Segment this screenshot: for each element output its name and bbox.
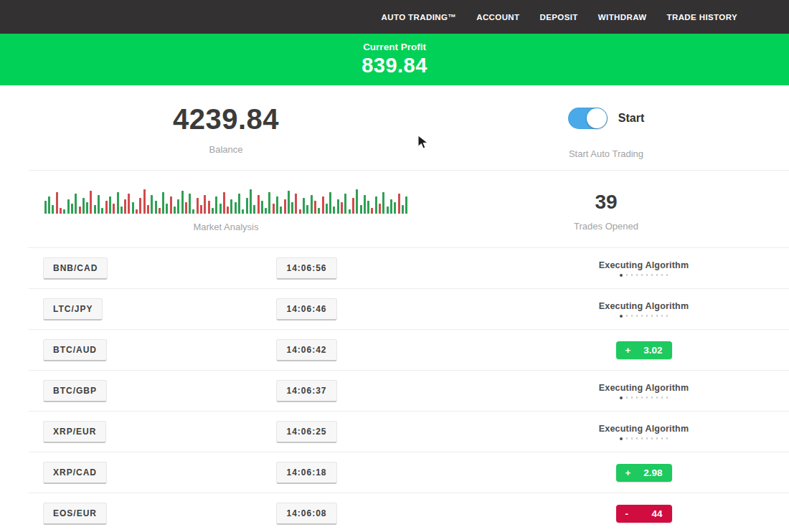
market-bar bbox=[79, 206, 81, 214]
market-bar bbox=[200, 205, 202, 214]
pair-chip: XRP/EUR bbox=[43, 421, 106, 443]
dot bbox=[651, 396, 653, 399]
executing-label: Executing Algorithm bbox=[599, 383, 689, 393]
market-analysis-label: Market Analysis bbox=[29, 222, 423, 232]
market-bar bbox=[314, 201, 316, 214]
nav-item-deposit[interactable]: DEPOSIT bbox=[540, 13, 578, 22]
auto-trading-block: Start Start Auto Trading bbox=[423, 103, 789, 170]
market-bar bbox=[128, 194, 130, 214]
status-cell: -44 bbox=[531, 493, 757, 532]
dot bbox=[631, 315, 633, 317]
market-bar bbox=[379, 204, 381, 214]
trade-row: XRP/CAD14:06:18+2.98 bbox=[29, 452, 789, 493]
toggle-label: Start bbox=[618, 112, 644, 125]
market-bar bbox=[117, 192, 119, 214]
market-bar bbox=[155, 201, 157, 214]
market-bar bbox=[329, 192, 331, 214]
result-badge: -44 bbox=[616, 505, 672, 523]
market-bar bbox=[166, 204, 168, 214]
market-bar bbox=[121, 206, 123, 214]
dot bbox=[666, 396, 668, 399]
time-cell: 14:06:25 bbox=[244, 412, 369, 452]
market-bar bbox=[242, 209, 244, 214]
pair-chip: LTC/JPY bbox=[43, 298, 103, 320]
market-bar bbox=[258, 195, 260, 214]
result-amount: 3.02 bbox=[643, 345, 662, 356]
market-bar bbox=[147, 205, 149, 214]
result-sign: - bbox=[625, 508, 629, 519]
dot bbox=[661, 437, 663, 440]
time-cell: 14:06:18 bbox=[244, 452, 369, 493]
dot bbox=[661, 274, 663, 276]
market-bar bbox=[341, 202, 343, 214]
pair-chip: BTC/AUD bbox=[43, 339, 107, 361]
market-bar bbox=[333, 206, 335, 214]
market-bar bbox=[219, 204, 222, 214]
market-bar bbox=[265, 208, 267, 214]
trade-row: BNB/CAD14:06:56Executing Algorithm bbox=[29, 247, 789, 288]
result-amount: 2.98 bbox=[643, 467, 662, 478]
trades-opened-label: Trades Opened bbox=[423, 221, 789, 232]
progress-dots bbox=[620, 315, 668, 318]
time-cell: 14:06:46 bbox=[244, 289, 369, 329]
result-badge: +2.98 bbox=[616, 464, 672, 482]
executing-label: Executing Algorithm bbox=[599, 301, 689, 311]
dot bbox=[631, 437, 633, 440]
dot bbox=[666, 437, 668, 440]
trade-row: LTC/JPY14:06:46Executing Algorithm bbox=[29, 288, 789, 329]
market-bar bbox=[291, 202, 293, 214]
market-bar bbox=[276, 196, 278, 214]
market-bar bbox=[75, 194, 77, 214]
balance-label: Balance bbox=[29, 144, 423, 155]
market-bar bbox=[356, 189, 358, 214]
dot bbox=[641, 315, 643, 317]
time-chip: 14:06:42 bbox=[276, 339, 336, 361]
market-bar bbox=[109, 196, 111, 214]
trade-row: XRP/EUR14:06:25Executing Algorithm bbox=[29, 411, 789, 452]
market-bar bbox=[246, 198, 248, 214]
market-bar bbox=[349, 209, 351, 214]
market-bar bbox=[303, 198, 305, 214]
dot bbox=[620, 315, 623, 318]
market-bar bbox=[322, 196, 324, 214]
executing-label: Executing Algorithm bbox=[599, 424, 689, 434]
trades-opened-value: 39 bbox=[423, 191, 789, 214]
market-bar bbox=[394, 202, 396, 214]
market-bar bbox=[94, 205, 96, 214]
market-bar bbox=[227, 206, 229, 214]
balance-block: 4239.84 Balance bbox=[29, 103, 423, 170]
trade-row: BTC/AUD14:06:42+3.02 bbox=[29, 329, 789, 370]
market-bar bbox=[101, 208, 103, 214]
nav-item-trade-history[interactable]: TRADE HISTORY bbox=[667, 13, 738, 22]
profit-banner-label: Current Profit bbox=[0, 42, 789, 52]
dot bbox=[661, 315, 663, 317]
market-bar bbox=[189, 194, 191, 214]
market-bar bbox=[143, 189, 146, 214]
market-bar bbox=[159, 208, 161, 214]
dot bbox=[646, 315, 648, 317]
profit-banner: Current Profit 839.84 bbox=[0, 34, 789, 85]
market-bar bbox=[208, 201, 210, 214]
dot bbox=[626, 315, 628, 317]
market-bar bbox=[63, 209, 65, 214]
nav-item-withdraw[interactable]: WITHDRAW bbox=[598, 13, 647, 22]
nav-item-account[interactable]: ACCOUNT bbox=[476, 13, 519, 22]
market-bar bbox=[170, 196, 172, 214]
auto-trading-toggle[interactable] bbox=[568, 108, 608, 129]
market-bar bbox=[318, 208, 320, 214]
market-bar bbox=[197, 198, 199, 214]
pair-chip: BTC/GBP bbox=[43, 380, 107, 402]
dot bbox=[620, 396, 623, 399]
time-chip: 14:06:46 bbox=[276, 298, 336, 320]
status-cell: +3.02 bbox=[531, 330, 757, 370]
market-bar bbox=[268, 192, 270, 214]
toggle-knob bbox=[587, 108, 607, 128]
market-bar bbox=[360, 205, 362, 214]
nav-item-auto-trading[interactable]: AUTO TRADING™ bbox=[382, 13, 457, 22]
market-bar bbox=[136, 209, 138, 214]
pair-cell: BNB/CAD bbox=[43, 248, 108, 288]
pair-cell: BTC/AUD bbox=[43, 330, 107, 370]
dot bbox=[626, 396, 628, 399]
market-bar bbox=[82, 198, 85, 214]
market-bar bbox=[56, 192, 58, 214]
